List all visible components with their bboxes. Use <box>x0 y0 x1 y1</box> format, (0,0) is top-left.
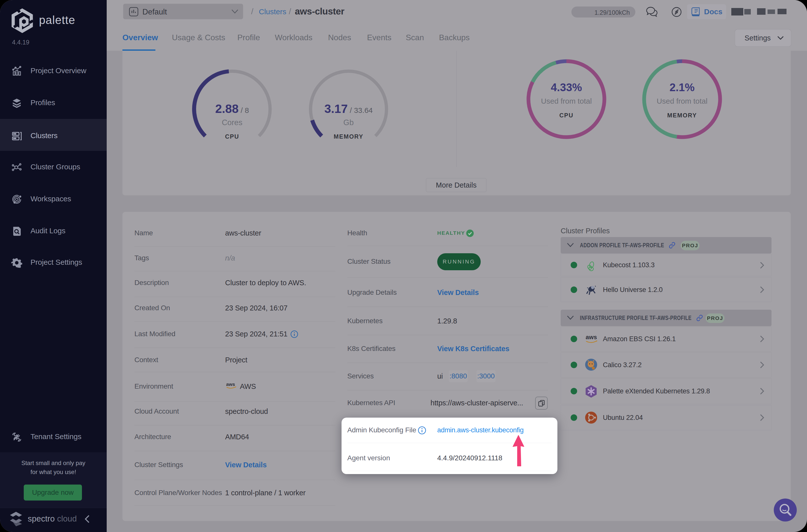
svg-text:aws: aws <box>586 334 597 340</box>
svg-text:aws: aws <box>226 382 235 387</box>
